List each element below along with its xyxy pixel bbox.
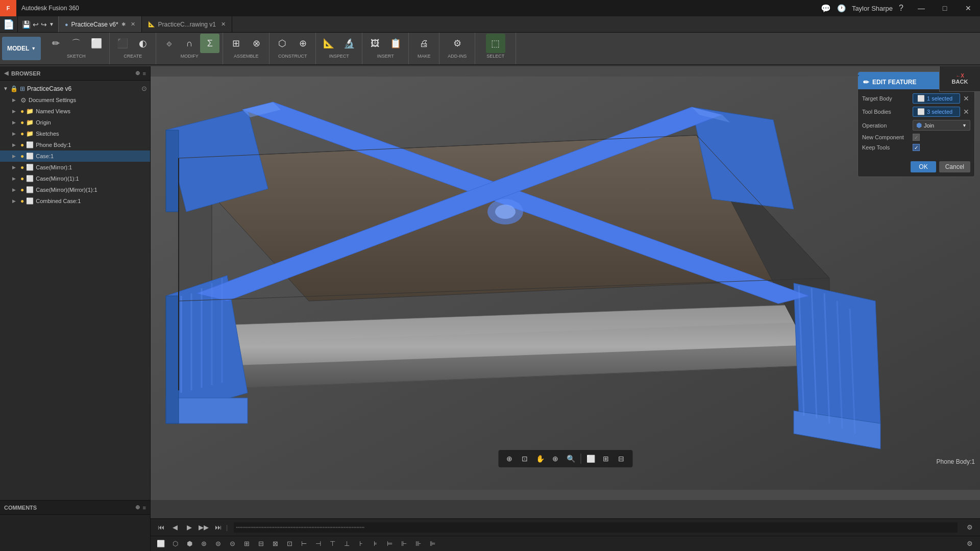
maximize-button[interactable]: □ bbox=[933, 0, 957, 16]
play-button[interactable]: ▶ bbox=[183, 521, 195, 534]
sketch-3-button[interactable]: ⬜ bbox=[87, 34, 106, 53]
tree-root-item[interactable]: ▼ 🔒 ⊞ PracticeCase v6 ⊙ bbox=[0, 83, 150, 94]
timeline-feature-btn-8[interactable]: ⊟ bbox=[255, 538, 267, 550]
undo-button[interactable]: ↩ bbox=[33, 20, 39, 29]
timeline-feature-btn-10[interactable]: ⊡ bbox=[283, 538, 296, 550]
file-menu-icon[interactable]: 📄 bbox=[3, 19, 14, 30]
tab-drawing[interactable]: 📐 PracticeC...rawing v1 ✕ bbox=[142, 16, 232, 32]
user-name[interactable]: Taylor Sharpe bbox=[852, 5, 893, 12]
timeline-feature-btn-19[interactable]: ⊪ bbox=[412, 538, 424, 550]
combine-button[interactable]: Σ bbox=[200, 34, 219, 53]
sidebar-item-case1[interactable]: ▶ ● ⬜ Case:1 bbox=[0, 151, 150, 162]
comments-add-icon[interactable]: ⊕ bbox=[135, 504, 140, 511]
timeline-feature-btn-4[interactable]: ⊛ bbox=[198, 538, 210, 550]
notifications-icon[interactable]: 💬 bbox=[821, 4, 831, 13]
3d-scene[interactable] bbox=[151, 66, 980, 500]
timeline-feature-btn-16[interactable]: ⊧ bbox=[369, 538, 381, 550]
play-to-start-button[interactable]: ⏮ bbox=[155, 521, 167, 534]
addins-button[interactable]: ⚙ bbox=[448, 34, 467, 53]
inspect2-button[interactable]: 🔬 bbox=[339, 34, 359, 53]
zoom-window-button[interactable]: 🔍 bbox=[564, 452, 578, 466]
timeline-feature-btn-2[interactable]: ⬡ bbox=[169, 538, 181, 550]
redo-button[interactable]: ↪ bbox=[41, 20, 47, 29]
back-button[interactable]: BACK bbox=[952, 79, 968, 85]
grid-button[interactable]: ⊞ bbox=[599, 452, 613, 466]
timeline-feature-btn-12[interactable]: ⊣ bbox=[312, 538, 324, 550]
sidebar-item-doc-settings[interactable]: ▶ ⚙ Document Settings bbox=[0, 94, 150, 106]
tab-pracicecase[interactable]: ● PracticeCase v6* ✱ ✕ bbox=[59, 16, 142, 32]
sidebar-item-origin[interactable]: ▶ ● 📁 Origin bbox=[0, 117, 150, 128]
timeline-feature-btn-1[interactable]: ⬜ bbox=[155, 538, 167, 550]
comments-options-icon[interactable]: ≡ bbox=[143, 505, 146, 511]
new-component-checkbox[interactable]: ✓ bbox=[913, 134, 920, 141]
timeline-feature-btn-15[interactable]: ⊦ bbox=[355, 538, 367, 550]
sidebar-item-case-mirror-mirror[interactable]: ▶ ● ⬜ Case(Mirror)(Mirror)(1):1 bbox=[0, 184, 150, 195]
tool-bodies-clear-button[interactable]: ✕ bbox=[962, 108, 970, 116]
operation-dropdown[interactable]: ⬢ Join ▼ bbox=[913, 120, 970, 131]
display-mode-button[interactable]: ⬜ bbox=[583, 452, 598, 466]
fit-button[interactable]: ⊡ bbox=[518, 452, 532, 466]
timeline-feature-btn-17[interactable]: ⊨ bbox=[383, 538, 396, 550]
timeline-feature-btn-11[interactable]: ⊢ bbox=[298, 538, 310, 550]
step-forward-button[interactable]: ▶▶ bbox=[198, 521, 210, 534]
ok-button[interactable]: OK bbox=[911, 161, 936, 172]
keep-tools-checkbox[interactable]: ✓ bbox=[913, 144, 920, 151]
sidebar-item-case-mirror1[interactable]: ▶ ● ⬜ Case(Mirror):1 bbox=[0, 162, 150, 173]
decal-button[interactable]: 📋 bbox=[386, 34, 405, 53]
sidebar-item-sketches[interactable]: ▶ ● 📁 Sketches bbox=[0, 128, 150, 139]
sketch-button[interactable]: ✏ bbox=[46, 34, 65, 53]
revolve-button[interactable]: ◐ bbox=[133, 34, 153, 53]
sidebar-item-named-views[interactable]: ▶ ● 📁 Named Views bbox=[0, 106, 150, 117]
help-icon[interactable]: ? bbox=[899, 4, 903, 13]
tool-bodies-value[interactable]: ⬜ 3 selected bbox=[913, 107, 960, 117]
timeline-feature-btn-18[interactable]: ⊩ bbox=[398, 538, 410, 550]
timeline-feature-btn-6[interactable]: ⊝ bbox=[226, 538, 238, 550]
joint-button[interactable]: ⊗ bbox=[247, 34, 266, 53]
clock-icon[interactable]: 🕐 bbox=[837, 4, 846, 12]
browser-collapse-icon[interactable]: ◀ bbox=[4, 70, 8, 77]
target-body-value[interactable]: ⬜ 1 selected bbox=[913, 93, 960, 104]
sidebar-item-case-mirror11[interactable]: ▶ ● ⬜ Case(Mirror)(1):1 bbox=[0, 173, 150, 184]
play-to-end-button[interactable]: ⏭ bbox=[212, 521, 224, 534]
timeline-feature-btn-20[interactable]: ⊫ bbox=[426, 538, 438, 550]
timeline-feature-btn-13[interactable]: ⊤ bbox=[326, 538, 338, 550]
minimize-button[interactable]: — bbox=[910, 0, 933, 16]
grid2-button[interactable]: ⊟ bbox=[614, 452, 628, 466]
timeline-feature-btn-14[interactable]: ⊥ bbox=[340, 538, 353, 550]
timeline-feature-btn-7[interactable]: ⊞ bbox=[240, 538, 253, 550]
extrude-button[interactable]: ⬛ bbox=[113, 34, 132, 53]
zoom-button[interactable]: ⊕ bbox=[548, 452, 562, 466]
timeline-track[interactable]: ••••••••••••••••••••••••••••••••••••••••… bbox=[234, 522, 958, 533]
redo-dropdown[interactable]: ▼ bbox=[49, 21, 54, 27]
timeline-settings-button[interactable]: ⚙ bbox=[964, 521, 976, 534]
close-button[interactable]: ✕ bbox=[957, 0, 980, 16]
orbit-button[interactable]: ⊕ bbox=[502, 452, 517, 466]
measure-button[interactable]: 📐 bbox=[319, 34, 338, 53]
sidebar-item-phone-body[interactable]: ▶ ● ⬜ Phone Body:1 bbox=[0, 139, 150, 151]
new-component-button[interactable]: ⊞ bbox=[226, 34, 246, 53]
pan-button[interactable]: ✋ bbox=[533, 452, 547, 466]
select-button[interactable]: ⬚ bbox=[486, 34, 505, 53]
timeline-feature-btn-9[interactable]: ⊠ bbox=[269, 538, 281, 550]
make-button[interactable]: 🖨 bbox=[414, 34, 434, 53]
model-mode-button[interactable]: MODEL ▼ bbox=[2, 37, 41, 60]
insert-mcmaster-button[interactable]: 🖼 bbox=[365, 34, 385, 53]
press-pull-button[interactable]: ⟐ bbox=[159, 34, 179, 53]
cancel-button[interactable]: Cancel bbox=[939, 161, 970, 172]
tab-close-2[interactable]: ✕ bbox=[221, 21, 226, 28]
root-gear-icon[interactable]: ⊙ bbox=[141, 85, 147, 92]
timeline-feature-btn-5[interactable]: ⊜ bbox=[212, 538, 224, 550]
target-body-clear-button[interactable]: ✕ bbox=[962, 94, 970, 103]
offset-plane-button[interactable]: ⬡ bbox=[273, 34, 292, 53]
axis-button[interactable]: ⊕ bbox=[293, 34, 312, 53]
save-button[interactable]: 💾 bbox=[22, 20, 31, 29]
tab-close-1[interactable]: ✕ bbox=[131, 21, 135, 28]
step-back-button[interactable]: ◀ bbox=[169, 521, 181, 534]
timeline-settings-icon[interactable]: ⚙ bbox=[964, 538, 976, 550]
browser-options-icon[interactable]: ≡ bbox=[143, 70, 146, 77]
sketch-2-button[interactable]: ⌒ bbox=[66, 34, 86, 53]
browser-add-icon[interactable]: ⊕ bbox=[135, 70, 140, 77]
timeline-feature-btn-3[interactable]: ⬢ bbox=[183, 538, 195, 550]
sidebar-item-combined-case[interactable]: ▶ ● ⬜ Combined Case:1 bbox=[0, 195, 150, 207]
fillet-button[interactable]: ∩ bbox=[180, 34, 199, 53]
